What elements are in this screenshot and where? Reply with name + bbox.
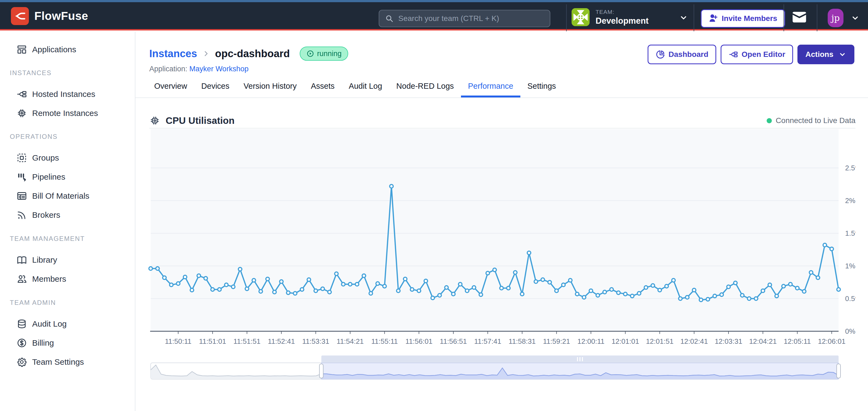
chart-brush[interactable]: [147, 354, 856, 382]
tab-performance[interactable]: Performance: [461, 77, 520, 97]
data-point: [576, 292, 579, 296]
sidebar-item-hosted-instances[interactable]: Hosted Instances: [0, 84, 135, 104]
data-point: [672, 278, 675, 282]
sidebar-item-audit-log[interactable]: Audit Log: [0, 314, 135, 334]
y-tick-label: 1%: [845, 262, 856, 270]
flowfuse-logo[interactable]: FlowFuse: [11, 7, 88, 25]
data-point: [692, 288, 696, 292]
sidebar-item-bill-of-materials[interactable]: Bill Of Materials: [0, 186, 135, 205]
breadcrumb-instances-link[interactable]: Instances: [149, 48, 197, 60]
data-point: [610, 288, 613, 291]
navbar-divider: [783, 4, 784, 31]
tab-settings[interactable]: Settings: [520, 77, 563, 97]
y-tick-label: 2%: [845, 197, 856, 205]
data-point: [624, 292, 627, 296]
navbar-divider: [817, 4, 817, 31]
sidebar-item-team-settings[interactable]: Team Settings: [0, 352, 135, 372]
rss-icon: [17, 210, 27, 220]
tab-version-history[interactable]: Version History: [237, 77, 304, 97]
data-point: [630, 294, 634, 298]
data-point: [287, 291, 290, 295]
tab-assets[interactable]: Assets: [304, 77, 342, 97]
search-input[interactable]: [398, 14, 544, 23]
sidebar-item-pipelines[interactable]: Pipelines: [0, 167, 135, 186]
data-point: [520, 292, 524, 296]
data-point: [231, 285, 235, 288]
data-point: [163, 276, 166, 279]
navbar-divider: [566, 4, 567, 31]
brush-selection[interactable]: [321, 363, 839, 379]
tab-audit-log[interactable]: Audit Log: [342, 77, 389, 97]
data-point: [211, 288, 214, 291]
data-point: [314, 289, 318, 293]
brush-handle-right[interactable]: [837, 364, 840, 378]
application-label: Application:: [149, 65, 187, 73]
data-point: [665, 284, 668, 288]
data-point: [149, 267, 153, 270]
brush-handle-left[interactable]: [319, 364, 323, 378]
sidebar-item-billing[interactable]: Billing: [0, 334, 135, 352]
sidebar-section-instances: INSTANCES Hosted Instances Remote Instan…: [0, 69, 135, 123]
chip-dashed-icon: [17, 152, 27, 163]
live-status-label: Connected to Live Data: [776, 116, 856, 125]
x-tick-label: 11:51:01: [199, 337, 226, 345]
database-icon: [17, 318, 27, 329]
dashboard-button[interactable]: Dashboard: [648, 45, 716, 64]
sidebar-item-remote-instances[interactable]: Remote Instances: [0, 104, 135, 123]
sidebar-item-label: Members: [32, 274, 66, 284]
data-point: [266, 277, 270, 281]
mail-icon[interactable]: [792, 11, 806, 23]
team-search[interactable]: [379, 10, 550, 27]
data-point: [328, 290, 331, 294]
y-tick-label: 0%: [845, 327, 856, 335]
data-point: [245, 287, 249, 291]
cpu-chip-icon: [17, 108, 27, 119]
status-badge: running: [300, 46, 348, 61]
data-point: [479, 293, 483, 297]
data-point: [796, 286, 799, 290]
sidebar-section-header: INSTANCES: [0, 69, 135, 77]
data-point: [197, 274, 200, 278]
data-point: [741, 294, 744, 297]
data-point: [459, 282, 462, 286]
tab-node-red-logs[interactable]: Node-RED Logs: [389, 77, 461, 97]
sidebar-item-groups[interactable]: Groups: [0, 148, 135, 167]
application-link[interactable]: Mayker Workshop: [189, 65, 248, 73]
x-tick-label: 12:01:51: [646, 337, 674, 345]
data-point: [589, 289, 593, 293]
data-point: [307, 278, 311, 281]
x-tick-label: 11:56:01: [405, 337, 432, 345]
data-point: [376, 282, 379, 285]
data-point: [431, 296, 435, 300]
x-tick-label: 12:00:11: [577, 337, 604, 345]
dollar-circle-icon: [17, 338, 27, 348]
data-point: [541, 278, 545, 281]
sidebar-item-applications[interactable]: Applications: [0, 40, 135, 59]
team-chevron-down-icon[interactable]: [679, 13, 688, 22]
tab-devices[interactable]: Devices: [194, 77, 237, 97]
x-tick-label: 11:52:41: [268, 337, 295, 345]
data-point: [837, 288, 840, 291]
team-selector[interactable]: TEAM: Development: [571, 8, 649, 26]
sidebar-item-brokers[interactable]: Brokers: [0, 205, 135, 225]
sidebar-item-members[interactable]: Members: [0, 270, 135, 288]
data-point: [335, 272, 338, 275]
tab-overview[interactable]: Overview: [147, 77, 194, 97]
data-point: [809, 271, 813, 274]
actions-button[interactable]: Actions: [798, 45, 855, 64]
fork-chip-icon: [17, 89, 27, 100]
cpu-chip-icon: [149, 115, 160, 126]
invite-members-button[interactable]: Invite Members: [701, 9, 785, 28]
data-point: [761, 289, 765, 293]
data-point: [747, 297, 751, 301]
user-avatar: jp: [828, 9, 843, 27]
open-editor-button[interactable]: Open Editor: [721, 45, 793, 64]
cpu-chart-svg[interactable]: 0%0.5%1%1.5%2%2.5%11:50:1111:51:0111:51:…: [147, 129, 856, 346]
sidebar-section-team-admin: TEAM ADMIN Audit Log Billing: [0, 299, 135, 372]
sidebar-item-library[interactable]: Library: [0, 250, 135, 270]
dashboard-button-label: Dashboard: [669, 50, 708, 59]
x-tick-label: 11:58:31: [509, 337, 536, 345]
data-point: [224, 283, 228, 286]
data-point: [383, 284, 386, 288]
user-menu[interactable]: jp: [828, 9, 860, 27]
